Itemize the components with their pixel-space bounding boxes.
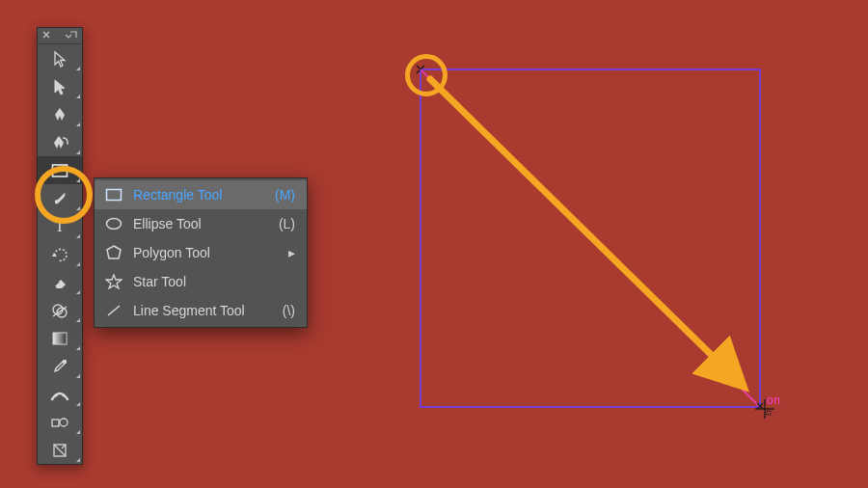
panel-header xyxy=(38,28,82,44)
gradient-icon xyxy=(51,330,68,347)
shape-builder-icon xyxy=(50,302,69,319)
flyout-item-label: Star Tool xyxy=(133,274,295,289)
type-icon: T xyxy=(51,218,68,235)
svg-text:T: T xyxy=(55,218,65,234)
direct-selection-icon xyxy=(51,78,68,95)
tool-direct-selection[interactable] xyxy=(38,72,82,100)
blend-icon xyxy=(50,414,69,431)
svg-point-10 xyxy=(62,393,65,396)
tool-eraser[interactable] xyxy=(38,268,82,296)
smartguide-label: on xyxy=(767,393,780,407)
flyout-item-label: Line Segment Tool xyxy=(133,303,283,318)
rectangle-tool-flyout: Rectangle Tool (M) Ellipse Tool (L) Poly… xyxy=(94,177,308,328)
tool-scissors[interactable] xyxy=(38,436,82,464)
tool-list: T xyxy=(38,44,82,464)
svg-point-12 xyxy=(60,419,68,426)
tool-rotate[interactable] xyxy=(38,240,82,268)
flyout-item-polygon[interactable]: Polygon Tool ▸ xyxy=(95,238,307,267)
svg-marker-17 xyxy=(106,275,122,288)
rotate-icon xyxy=(51,246,68,263)
svg-point-15 xyxy=(107,219,122,230)
close-icon[interactable] xyxy=(38,28,82,43)
svg-line-20 xyxy=(417,66,424,73)
width-icon xyxy=(50,386,69,403)
tool-eyedropper[interactable] xyxy=(38,352,82,380)
ellipse-icon xyxy=(104,217,123,230)
line-icon xyxy=(104,303,123,318)
paintbrush-icon xyxy=(51,190,68,207)
svg-line-25 xyxy=(757,403,763,409)
submenu-indicator-icon: ▸ xyxy=(288,245,295,260)
eraser-icon xyxy=(50,274,69,291)
selection-icon xyxy=(51,50,68,68)
svg-marker-16 xyxy=(107,246,121,258)
curvature-icon xyxy=(50,134,69,151)
smartguide-line xyxy=(420,69,760,407)
svg-rect-14 xyxy=(107,190,122,201)
flyout-item-shortcut: (L) xyxy=(279,216,295,231)
tool-pen[interactable] xyxy=(38,100,82,128)
svg-line-19 xyxy=(417,66,424,73)
eyedropper-icon xyxy=(51,358,68,375)
svg-rect-2 xyxy=(53,165,68,176)
start-anchor-icon xyxy=(417,66,424,73)
flyout-item-star[interactable]: Star Tool xyxy=(95,267,307,296)
svg-line-26 xyxy=(757,403,763,409)
drag-arrow-annotation xyxy=(430,79,735,378)
svg-marker-4 xyxy=(52,253,57,257)
tool-blend[interactable] xyxy=(38,408,82,436)
flyout-item-label: Rectangle Tool xyxy=(133,187,275,203)
tool-rectangle[interactable] xyxy=(38,156,82,184)
flyout-item-shortcut: (M) xyxy=(275,187,295,203)
flyout-item-shortcut: (\) xyxy=(283,303,295,318)
flyout-item-ellipse[interactable]: Ellipse Tool (L) xyxy=(95,209,307,238)
flyout-item-rectangle[interactable]: Rectangle Tool (M) xyxy=(95,180,307,209)
highlight-ring-start xyxy=(405,54,448,96)
svg-rect-8 xyxy=(63,360,67,364)
drawn-rectangle xyxy=(420,69,760,407)
tool-curvature[interactable] xyxy=(38,128,82,156)
svg-rect-24 xyxy=(767,411,771,415)
tool-selection[interactable] xyxy=(38,44,82,72)
svg-rect-11 xyxy=(52,420,59,426)
scissors-icon xyxy=(51,442,68,459)
svg-point-9 xyxy=(54,393,57,396)
flyout-item-line[interactable]: Line Segment Tool (\) xyxy=(95,296,307,325)
rectangle-icon xyxy=(50,162,69,179)
flyout-item-label: Ellipse Tool xyxy=(133,216,279,231)
svg-rect-7 xyxy=(53,333,67,344)
svg-line-18 xyxy=(108,306,120,315)
tool-width[interactable] xyxy=(38,380,82,408)
tool-gradient[interactable] xyxy=(38,324,82,352)
tool-type[interactable]: T xyxy=(38,212,82,240)
tools-panel: T xyxy=(37,27,83,465)
star-icon xyxy=(104,274,123,289)
pen-icon xyxy=(51,106,68,123)
flyout-item-label: Polygon Tool xyxy=(133,245,283,260)
tool-paintbrush[interactable] xyxy=(38,184,82,212)
polygon-icon xyxy=(104,245,123,260)
rectangle-icon xyxy=(104,188,123,202)
tool-shape-builder[interactable] xyxy=(38,296,82,324)
